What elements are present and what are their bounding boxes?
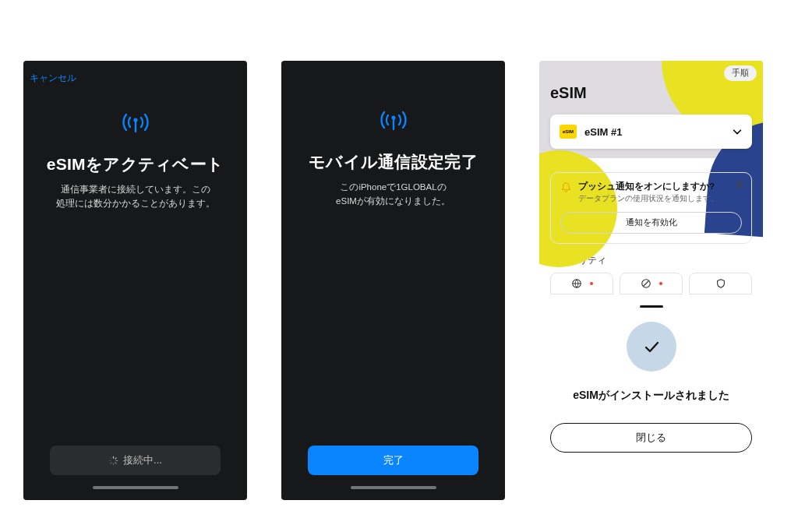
esim-main: プッシュ通知をオンにしますか? データプランの使用状況を通知します。 通知を有効… [539, 158, 763, 294]
block-icon [641, 278, 651, 289]
screen1-body: eSIMをアクティベート 通信事業者に接続しています。この 処理には数分かかるこ… [23, 85, 247, 500]
install-success-sheet: eSIMがインストールされました 閉じる [539, 294, 763, 500]
sheet-handle[interactable] [640, 305, 663, 308]
push-desc: データプランの使用状況を通知します。 [578, 194, 719, 204]
screen1-subtitle: 通信事業者に接続しています。この 処理には数分かかることがあります。 [56, 183, 215, 211]
globe-icon [571, 278, 582, 289]
svg-line-14 [643, 280, 648, 286]
sheet-close-button[interactable]: 閉じる [550, 423, 752, 453]
svg-line-9 [111, 457, 111, 458]
push-notification-card: プッシュ通知をオンにしますか? データプランの使用状況を通知します。 通知を有効… [550, 172, 752, 244]
alert-dot [659, 282, 662, 285]
spinner-icon [108, 456, 118, 466]
connecting-label: 接続中... [123, 453, 162, 467]
esim-selector-card[interactable]: eSIM eSIM #1 [550, 115, 752, 149]
steps-pill[interactable]: 手順 [724, 65, 757, 81]
sheet-title: eSIMがインストールされました [539, 389, 763, 403]
bell-icon [560, 181, 572, 193]
screen2-footer: 完了 [297, 446, 489, 500]
screen-esim-app: 手順 eSIM eSIM eSIM #1 プッシュ通知をオンにしますか? データ… [539, 61, 763, 500]
screen1-footer: 接続中... [39, 446, 231, 500]
check-icon [642, 337, 661, 356]
esim-header: 手順 eSIM eSIM eSIM #1 [539, 61, 763, 158]
push-title: プッシュ通知をオンにしますか? [578, 181, 719, 192]
security-tile-globe[interactable] [550, 273, 613, 294]
screen1-title: eSIMをアクティベート [47, 153, 224, 175]
home-indicator [351, 486, 436, 489]
cellular-icon [120, 107, 151, 138]
status-bar [23, 61, 247, 69]
esim-header-title: eSIM [550, 84, 752, 102]
home-indicator [93, 486, 178, 489]
screen2-title: モバイル通信設定完了 [309, 151, 478, 173]
screen2-subtitle: このiPhoneで1GLOBALの eSIMが有効になりました。 [336, 181, 450, 209]
sheet-close-label: 閉じる [636, 431, 666, 445]
svg-line-3 [115, 457, 116, 458]
alert-dot [590, 282, 593, 285]
esim-card-label: eSIM #1 [584, 126, 622, 138]
chevron-down-icon [732, 126, 743, 137]
connecting-status: 接続中... [50, 446, 221, 475]
enable-notifications-label: 通知を有効化 [626, 217, 677, 228]
done-label: 完了 [383, 453, 404, 467]
success-check-circle [627, 322, 676, 372]
esim-badge-icon: eSIM [560, 125, 577, 139]
security-tile-shield[interactable] [689, 273, 752, 294]
cancel-button[interactable]: キャンセル [23, 69, 247, 85]
screen-activate-esim: キャンセル eSIMをアクティベート 通信事業者に接続しています。この 処理には… [23, 61, 247, 500]
svg-line-5 [115, 462, 116, 463]
security-tiles [550, 273, 752, 294]
cellular-icon [378, 104, 409, 136]
shield-icon [715, 278, 726, 289]
status-bar [281, 61, 505, 69]
screen2-body: モバイル通信設定完了 このiPhoneで1GLOBALの eSIMが有効になりま… [281, 83, 505, 500]
svg-line-7 [111, 462, 111, 463]
enable-notifications-button[interactable]: 通知を有効化 [560, 212, 742, 234]
security-tile-block[interactable] [620, 273, 683, 294]
screen-setup-complete: モバイル通信設定完了 このiPhoneで1GLOBALの eSIMが有効になりま… [281, 61, 505, 500]
close-icon[interactable] [734, 179, 745, 190]
done-button[interactable]: 完了 [308, 446, 478, 475]
